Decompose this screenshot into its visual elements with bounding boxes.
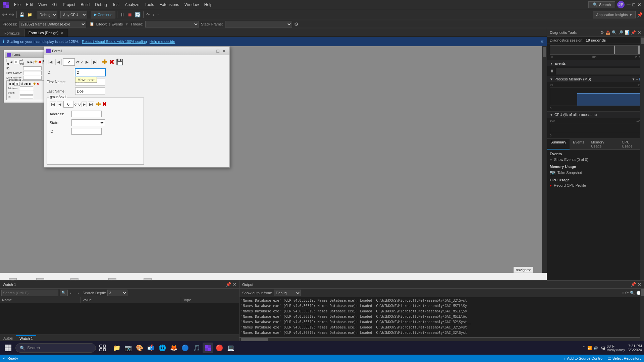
nav-current-input[interactable] bbox=[63, 58, 75, 66]
form1-close-button[interactable]: ✕ bbox=[221, 48, 227, 54]
notif-close-button[interactable]: ✕ bbox=[540, 39, 544, 44]
output-btn1[interactable]: ≡ bbox=[622, 291, 624, 295]
weather-widget[interactable]: 🌤 68°F Mostly cloudy bbox=[601, 344, 625, 352]
tab-form1-design[interactable]: Form1.cs [Design] ✕ bbox=[24, 29, 68, 37]
memory-section-header[interactable]: ▼ Process Memory (MB) ▼ ● P bbox=[547, 76, 644, 82]
watch-back-button[interactable]: ← bbox=[69, 290, 74, 296]
diag-chart-button[interactable]: 📊 bbox=[625, 30, 630, 35]
output-pin-button[interactable]: 📌 bbox=[631, 282, 636, 287]
maximize-button[interactable]: □ bbox=[633, 2, 635, 7]
task-view-button[interactable] bbox=[97, 343, 108, 353]
debug-config-dropdown[interactable]: Debug bbox=[37, 11, 57, 18]
notif-link-restart[interactable]: Restart Visual Studio with 100% scaling bbox=[82, 40, 147, 44]
output-close-button[interactable]: ✕ bbox=[638, 282, 641, 287]
taskbar-icon4[interactable]: 📬 bbox=[146, 343, 156, 353]
events-pause-button[interactable]: ⏸ bbox=[550, 68, 554, 74]
user-avatar[interactable]: JP bbox=[617, 1, 625, 8]
menu-item-build[interactable]: Build bbox=[78, 0, 93, 9]
inner-nav-last-button[interactable]: ▶| bbox=[88, 102, 94, 107]
autos-tab[interactable]: Autos bbox=[0, 336, 16, 341]
inner-delete-button[interactable]: ✖ bbox=[102, 101, 107, 108]
step-out-button[interactable]: ↑ bbox=[156, 12, 160, 17]
diag-pin-button[interactable]: 📌 bbox=[631, 30, 636, 35]
undo-button[interactable]: ↩ bbox=[1, 11, 8, 18]
form1-maximize-button[interactable]: □ bbox=[215, 48, 221, 54]
diag-vscrollbar[interactable] bbox=[640, 37, 644, 294]
form1-minimize-button[interactable]: ─ bbox=[209, 48, 215, 54]
status-ready[interactable]: ✓ Ready bbox=[3, 356, 18, 361]
state-select[interactable] bbox=[71, 119, 105, 126]
menu-item-file[interactable]: File bbox=[11, 0, 23, 9]
menu-item-git[interactable]: Git bbox=[50, 0, 60, 9]
id-input[interactable] bbox=[75, 69, 105, 76]
take-snapshot-label[interactable]: Take Snapshot bbox=[557, 171, 582, 175]
taskbar-search-box[interactable]: 🔍 Search bbox=[15, 343, 96, 353]
output-hscroll-thumb[interactable] bbox=[241, 338, 268, 341]
take-snapshot-row[interactable]: 📷 Take Snapshot bbox=[550, 170, 641, 175]
watch-search-button[interactable]: 🔍 bbox=[60, 290, 68, 296]
diag-tab-events[interactable]: Events bbox=[570, 139, 588, 149]
menu-item-project[interactable]: Project bbox=[60, 0, 78, 9]
diag-export-button[interactable]: 📤 bbox=[605, 30, 610, 35]
diag-tab-summary[interactable]: Summary bbox=[547, 139, 570, 149]
source-control-button[interactable]: ↑ Add to Source Control bbox=[564, 356, 603, 360]
nav-save-button[interactable]: 💾 bbox=[116, 58, 123, 66]
process-selector[interactable]: [21852] Names Database.exe bbox=[19, 21, 86, 27]
bg-nav-input[interactable] bbox=[13, 60, 20, 64]
diag-close-button[interactable]: ✕ bbox=[637, 30, 641, 35]
volume-icon[interactable]: 🔊 bbox=[593, 346, 598, 350]
diag-zoom-in-button[interactable]: 🔍 bbox=[612, 30, 617, 35]
menu-item-tools[interactable]: Tools bbox=[142, 0, 157, 9]
notif-link-help[interactable]: Help me decide bbox=[150, 40, 175, 44]
stop-button[interactable]: ⏹ bbox=[126, 12, 133, 17]
record-cpu-row[interactable]: ● Record CPU Profile bbox=[550, 183, 641, 187]
output-btn3[interactable]: 🔍 bbox=[630, 291, 635, 295]
vscroll-thumb[interactable] bbox=[543, 47, 546, 57]
menu-item-debug[interactable]: Debug bbox=[92, 0, 109, 9]
open-button[interactable]: 📁 bbox=[26, 12, 33, 17]
inner-nav-next-button[interactable]: ▶ bbox=[82, 102, 87, 107]
output-vscrollbar[interactable] bbox=[640, 289, 644, 341]
taskbar-icon6[interactable]: 🦊 bbox=[168, 343, 179, 353]
search-bar[interactable]: 🔍 Search bbox=[588, 1, 615, 8]
nav-delete-button[interactable]: ✖ bbox=[109, 58, 115, 66]
nav-prev-button[interactable]: ◀ bbox=[55, 59, 62, 65]
memory-filter-button[interactable]: ▼ bbox=[632, 77, 635, 81]
pin-toolbar-button[interactable]: 📌 bbox=[637, 12, 643, 17]
menu-item-extensions[interactable]: Extensions bbox=[157, 0, 182, 9]
inner-add-button[interactable]: ✚ bbox=[96, 101, 101, 108]
menu-item-edit[interactable]: Edit bbox=[23, 0, 36, 9]
menu-item-view[interactable]: View bbox=[36, 0, 50, 9]
taskbar-icon10[interactable]: 🔴 bbox=[214, 343, 225, 353]
show-events-link[interactable]: Show Events (0 of 0) bbox=[554, 158, 588, 162]
tab-form1cs[interactable]: Form1.cs bbox=[0, 29, 24, 37]
gear-icon[interactable]: ⚙ bbox=[294, 21, 299, 27]
save-button[interactable]: 💾 bbox=[18, 12, 25, 17]
inner-nav-prev-button[interactable]: ◀ bbox=[57, 102, 62, 107]
taskbar-icon3[interactable]: 🎨 bbox=[134, 343, 145, 353]
nav-last-button[interactable]: ▶| bbox=[92, 59, 99, 65]
diag-zoom-out-button[interactable]: 🔎 bbox=[618, 30, 623, 35]
restart-button[interactable]: 🔄 bbox=[134, 12, 142, 17]
output-source-select[interactable]: Debug bbox=[274, 290, 301, 296]
output-btn2[interactable]: ⟳ bbox=[625, 291, 629, 295]
taskbar-icon11[interactable]: 💻 bbox=[225, 343, 236, 353]
lifecycle-events[interactable]: Lifecycle Events bbox=[96, 22, 123, 26]
diag-settings-button[interactable]: ⚙ bbox=[600, 30, 604, 35]
bg-inner-nav-input[interactable] bbox=[14, 82, 20, 86]
watch-pin-button[interactable]: 📌 bbox=[226, 282, 231, 287]
cpu-section-header[interactable]: ▼ CPU (% of all processors) bbox=[547, 112, 644, 118]
stack-frame-selector[interactable] bbox=[225, 21, 292, 27]
network-icon[interactable]: 📶 bbox=[587, 346, 592, 350]
watch1-tab[interactable]: Watch 1 bbox=[16, 335, 36, 341]
app-insights-button[interactable]: Application Insights ▼ bbox=[593, 11, 636, 18]
minimize-button[interactable]: ─ bbox=[627, 2, 630, 8]
chevron-up-icon[interactable]: ⌃ bbox=[582, 345, 586, 351]
lastname-input[interactable] bbox=[75, 87, 105, 95]
pause-button[interactable]: ⏸ bbox=[119, 12, 126, 17]
taskbar-vs-icon[interactable] bbox=[203, 343, 213, 353]
canvas-vscrollbar[interactable] bbox=[542, 46, 547, 294]
menu-item-help[interactable]: Help bbox=[202, 0, 215, 9]
id2-input[interactable] bbox=[71, 128, 102, 135]
output-hscrollbar[interactable] bbox=[239, 337, 640, 341]
